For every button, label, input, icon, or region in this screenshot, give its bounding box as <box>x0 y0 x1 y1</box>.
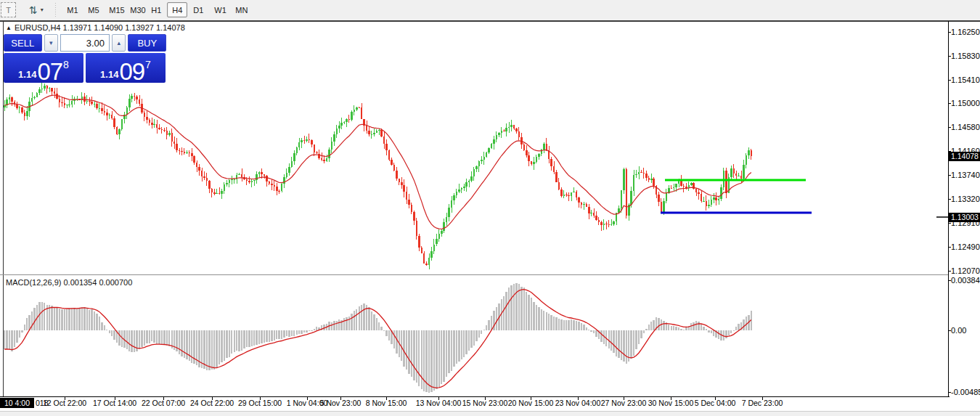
timeframe-buttons: M1M5M15M30H1H4D1W1MN <box>62 2 251 17</box>
timeframe-button-m15[interactable]: M15 <box>104 2 124 17</box>
price-tick-label: 1.15410 <box>951 76 980 84</box>
toolbar: T ⇅ ▾ M1M5M15M30H1H4D1W1MN <box>0 0 980 20</box>
bid-price-display[interactable]: 1.14 07 8 <box>4 53 83 83</box>
buy-button[interactable]: BUY <box>128 34 166 52</box>
timeframe-button-w1[interactable]: W1 <box>209 2 229 17</box>
toolbar-separator <box>54 3 57 17</box>
price-badge: 1.14078 <box>949 152 980 161</box>
price-tick-label: 1.13740 <box>951 171 980 179</box>
bid-prefix: 1.14 <box>18 70 36 79</box>
trade-controls-row: SELL ▾ ▴ BUY <box>4 34 166 52</box>
bid-pip: 8 <box>63 60 69 70</box>
volume-input[interactable] <box>60 34 110 52</box>
crosshair-time-badge: 10 4:00 <box>0 398 34 408</box>
timeframe-button-m5[interactable]: M5 <box>83 2 103 17</box>
volume-increase-button[interactable]: ▴ <box>112 34 126 52</box>
ask-price-display[interactable]: 1.14 09 7 <box>86 53 166 83</box>
timeframe-button-mn[interactable]: MN <box>230 2 250 17</box>
macd-indicator-label: MACD(12,26,9) 0.001354 0.000700 <box>6 278 132 287</box>
price-tick-label: 1.12490 <box>951 242 980 251</box>
ask-prefix: 1.14 <box>100 70 118 79</box>
one-click-trading-panel: SELL ▾ ▴ BUY 1.14 07 8 1.14 09 7 <box>4 34 166 83</box>
chart-tool-glyph: ⇅ <box>29 5 38 15</box>
cursor-tool-icon[interactable]: T <box>1 2 16 17</box>
volume-decrease-button[interactable]: ▾ <box>44 34 58 52</box>
symbol-ohlc-text: EURUSD,H4 1.13971 1.14090 1.13927 1.1407… <box>15 23 185 32</box>
bid-main: 07 <box>37 60 62 83</box>
timeframe-button-d1[interactable]: D1 <box>188 2 208 17</box>
timeframe-button-m30[interactable]: M30 <box>125 2 145 17</box>
mt4-window: T ⇅ ▾ M1M5M15M30H1H4D1W1MN ▲EURUSD,H4 1.… <box>0 0 980 416</box>
price-badge: 1.13003 <box>949 213 980 222</box>
macd-tick-label: 0.00 <box>951 326 966 335</box>
price-tick-label: 1.13320 <box>951 195 980 203</box>
cursor-tool-glyph: T <box>6 6 11 15</box>
quote-row: 1.14 07 8 1.14 09 7 <box>4 53 166 83</box>
time-tick-label: 7 Dec 23:00 <box>733 399 791 407</box>
macd-tick-label: 0.003847 <box>951 276 980 285</box>
price-tick-label: 1.16250 <box>951 28 980 36</box>
price-tick-label: 1.15000 <box>951 99 980 107</box>
sell-button[interactable]: SELL <box>4 34 42 52</box>
status-strip <box>0 411 980 416</box>
macd-tick-label: -0.004856 <box>951 388 980 396</box>
price-tick-label: 1.14580 <box>951 123 980 131</box>
timeframe-button-h1[interactable]: H1 <box>146 2 166 17</box>
symbol-marker-icon: ▲ <box>6 25 12 31</box>
timeframe-button-h4[interactable]: H4 <box>167 2 187 17</box>
ask-main: 09 <box>119 60 144 83</box>
timeframe-button-m1[interactable]: M1 <box>62 2 82 17</box>
symbol-ohlc-line: ▲EURUSD,H4 1.13971 1.14090 1.13927 1.140… <box>6 23 185 32</box>
chart-tool-icon[interactable]: ⇅ ▾ <box>26 4 46 17</box>
price-tick-label: 1.15830 <box>951 52 980 60</box>
ask-pip: 7 <box>145 60 151 70</box>
price-tick-label: 1.12070 <box>951 266 980 275</box>
time-tick-label: 8 Nov 15:00 <box>357 399 415 407</box>
dropdown-caret-icon: ▾ <box>41 7 44 13</box>
time-label-remnant: 018 <box>36 399 49 407</box>
